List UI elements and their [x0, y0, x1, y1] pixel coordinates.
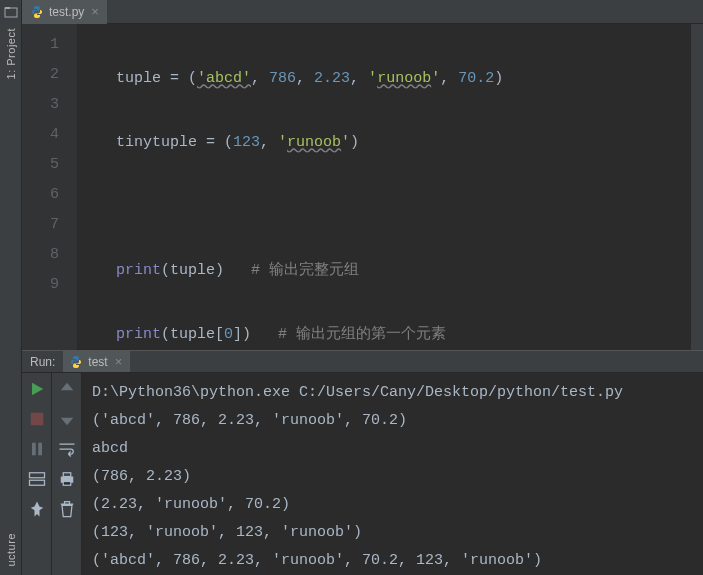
line-gutter: 123456789	[22, 24, 78, 350]
python-file-icon	[30, 5, 44, 19]
delete-icon[interactable]	[57, 499, 77, 519]
layout-icon[interactable]	[27, 469, 47, 489]
run-config-tab[interactable]: test ×	[63, 351, 130, 372]
svg-rect-9	[63, 482, 71, 486]
wrap-icon[interactable]	[57, 439, 77, 459]
run-toolbar-2	[52, 373, 82, 575]
editor-tabs-bar: test.py ×	[22, 0, 703, 24]
svg-rect-2	[30, 413, 43, 426]
pin-icon[interactable]	[27, 499, 47, 519]
stop-icon[interactable]	[27, 409, 47, 429]
svg-rect-3	[32, 443, 36, 456]
structure-rail-label[interactable]: ucture	[5, 529, 17, 571]
run-label: Run:	[30, 355, 55, 369]
editor-tab[interactable]: test.py ×	[22, 0, 107, 24]
python-file-icon	[69, 355, 83, 369]
svg-rect-8	[63, 473, 71, 477]
rerun-icon[interactable]	[27, 379, 47, 399]
run-panel: Run: test ×	[22, 350, 703, 575]
svg-rect-1	[5, 7, 10, 9]
tab-filename: test.py	[49, 5, 84, 19]
svg-rect-0	[5, 8, 17, 17]
pause-icon[interactable]	[27, 439, 47, 459]
console-output[interactable]: D:\Python36\python.exe C:/Users/Cany/Des…	[82, 373, 703, 575]
close-run-tab-icon[interactable]: ×	[113, 354, 125, 369]
code-area[interactable]: tuple = ('abcd', 786, 2.23, 'runoob', 70…	[78, 24, 703, 350]
editor-scrollbar[interactable]	[691, 24, 703, 350]
down-icon[interactable]	[57, 409, 77, 429]
left-tool-rail: 1: Project ucture	[0, 0, 22, 575]
up-icon[interactable]	[57, 379, 77, 399]
project-rail-label[interactable]: 1: Project	[5, 24, 17, 83]
svg-rect-4	[38, 443, 42, 456]
code-editor[interactable]: 123456789 tuple = ('abcd', 786, 2.23, 'r…	[22, 24, 703, 350]
svg-rect-5	[29, 473, 44, 478]
close-tab-icon[interactable]: ×	[89, 4, 101, 19]
run-header: Run: test ×	[22, 351, 703, 373]
print-icon[interactable]	[57, 469, 77, 489]
run-toolbar-1	[22, 373, 52, 575]
run-config-name: test	[88, 355, 107, 369]
svg-rect-6	[29, 480, 44, 485]
project-icon[interactable]	[3, 4, 19, 20]
